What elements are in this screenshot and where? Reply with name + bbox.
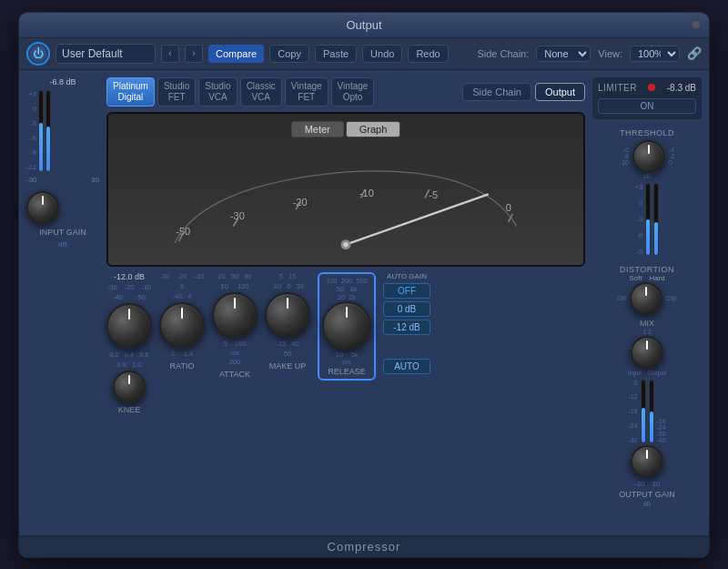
view-select[interactable]: 100%	[630, 46, 680, 62]
release-scale2: 501k	[322, 285, 371, 293]
release-knob[interactable]	[322, 301, 371, 351]
tab-studio-fet[interactable]: StudioFET	[157, 77, 196, 107]
window-title: Output	[346, 18, 381, 32]
makeup-label: MAKE UP	[269, 361, 307, 371]
dist-clip-label: Clip	[666, 295, 677, 301]
auto-gain-neg12-btn[interactable]: -12 dB	[383, 320, 430, 335]
power-button[interactable]: ⏻	[26, 42, 50, 66]
meter-tab-graph[interactable]: Graph	[346, 121, 401, 137]
release-scale4: 105k	[322, 351, 371, 359]
minimize-btn[interactable]	[693, 21, 700, 28]
view-label: View:	[598, 48, 622, 59]
sidechain-btn[interactable]: Side Chain	[462, 83, 531, 101]
limiter-on-btn[interactable]: ON	[598, 98, 696, 114]
attack-scale2: 10120	[221, 282, 249, 290]
input-scale-left: -30	[26, 176, 37, 184]
output-gain-label: OUTPUT GAIN	[619, 490, 674, 499]
paste-button[interactable]: Paste	[315, 45, 357, 63]
makeup-knob[interactable]	[265, 292, 310, 338]
makeup-scale-top: 515	[279, 272, 297, 280]
release-section: 100200500 501k 202k 105k ms RELEASE	[318, 272, 376, 381]
toolbar: ⏻ User Default ‹ › Compare Copy Paste Un…	[19, 38, 709, 70]
output-faders: 0-12-18-24-30 -18-24-30-40	[628, 380, 665, 443]
auto-gain-off-btn[interactable]: OFF	[383, 283, 430, 299]
mix-knob[interactable]	[631, 336, 663, 369]
undo-button[interactable]: Undo	[362, 45, 402, 63]
attack-scale3: 200	[229, 358, 241, 366]
svg-text:-50: -50	[176, 225, 190, 236]
output-scale-right-label: 30	[652, 480, 660, 488]
attack-control: 205080 10120 5160 ms 200 ATTACK	[212, 272, 258, 379]
right-fader-2[interactable]	[653, 183, 659, 256]
vu-meter-area: -50 -30 -20 -10 -5 0	[116, 145, 576, 258]
input-scale: +30-3-6-9-12	[26, 90, 36, 172]
ratio-label: RATIO	[170, 361, 195, 371]
makeup-scale3: 50	[284, 350, 291, 358]
input-gain-knob[interactable]	[26, 191, 59, 224]
output-scale-labels: -30 30	[634, 480, 660, 488]
threshold-control: -12.0 dB -30-20-10 -40-50 0.20.40.6 0.81…	[106, 272, 152, 414]
ratio-scale-top: -30-20-10	[160, 272, 205, 280]
right-section: LIMITER -8.3 dB ON THRESHOLD -6-8-10 -4-…	[592, 77, 702, 528]
input-fader-left[interactable]	[38, 90, 44, 172]
preset-select[interactable]: User Default	[56, 44, 156, 64]
input-scale-right: 30	[91, 176, 99, 184]
makeup-control: 515 -10030 -1540 50 MAKE UP	[265, 272, 310, 371]
distortion-knob[interactable]	[630, 282, 662, 315]
attack-scale-top: 205080	[217, 272, 251, 280]
right-fader-1[interactable]	[645, 183, 651, 256]
redo-button[interactable]: Redo	[408, 45, 448, 63]
ratio-control: -30-20-10 8 -404 21.4 RATIO	[159, 272, 205, 371]
release-unit: ms	[322, 359, 371, 365]
tab-classic-vca[interactable]: ClassicVCA	[240, 77, 282, 107]
tab-platinum-digital[interactable]: PlatinumDigital	[106, 77, 155, 107]
threshold-scale-left: -6-8-10	[620, 147, 629, 166]
release-scale-top: 100200500	[322, 277, 371, 285]
copy-button[interactable]: Copy	[269, 45, 309, 63]
threshold-scale2: -40-50	[113, 293, 146, 301]
dist-hard: Hard	[649, 274, 664, 282]
knee-knob[interactable]	[113, 371, 146, 403]
attack-unit: ms	[230, 350, 238, 356]
output-fader-1[interactable]	[641, 380, 646, 443]
nav-forward-button[interactable]: ›	[185, 45, 203, 63]
knee-label: KNEE	[118, 405, 141, 414]
threshold-value: -12.0 dB	[114, 272, 145, 281]
meter-tab-meter[interactable]: Meter	[291, 121, 344, 137]
output-btn[interactable]: Output	[535, 83, 585, 101]
tab-vintage-fet[interactable]: VintageFET	[285, 77, 329, 107]
svg-line-12	[346, 194, 488, 244]
attack-label: ATTACK	[219, 370, 250, 379]
sidechain-output-buttons: Side Chain Output	[462, 83, 585, 101]
attack-knob[interactable]	[212, 292, 258, 338]
output-db-unit: dB	[643, 501, 652, 507]
output-fader-2[interactable]	[649, 380, 654, 443]
dist-off-label: Off	[617, 295, 625, 301]
makeup-scale2: -10030	[271, 282, 303, 290]
ratio-knob[interactable]	[159, 302, 205, 348]
release-scale3: 202k	[322, 293, 371, 301]
makeup-scale-bottom: -1540	[276, 340, 298, 348]
threshold-scale-right: -4-20	[669, 147, 674, 166]
threshold-knob[interactable]	[106, 303, 152, 349]
tab-vintage-opto[interactable]: VintageOpto	[331, 77, 375, 107]
threshold-right-section: THRESHOLD -6-8-10 -4-20 dB	[592, 128, 702, 179]
mix-output-label: Output	[647, 370, 666, 376]
link-icon[interactable]: 🔗	[687, 46, 702, 60]
preset-tab-row: PlatinumDigital StudioFET StudioVCA Clas…	[106, 77, 585, 107]
input-fader-right[interactable]	[46, 90, 51, 172]
knee-scale: 0.20.40.6	[109, 351, 148, 359]
input-fader-bars	[38, 90, 51, 172]
output-gain-knob[interactable]	[631, 445, 663, 478]
compare-button[interactable]: Compare	[208, 45, 264, 63]
limiter-header: LIMITER -8.3 dB	[598, 83, 696, 93]
auto-gain-auto-btn[interactable]: AUTO	[383, 359, 430, 374]
limiter-section: LIMITER -8.3 dB ON	[592, 77, 702, 119]
tab-studio-vca[interactable]: StudioVCA	[198, 77, 237, 107]
auto-gain-0db-btn[interactable]: 0 dB	[383, 301, 430, 317]
threshold-right-knob[interactable]	[632, 140, 665, 173]
nav-back-button[interactable]: ‹	[161, 45, 179, 63]
svg-text:-5: -5	[429, 189, 438, 200]
threshold-knob-row: -6-8-10 -4-20	[592, 140, 702, 173]
sidechain-select[interactable]: None	[536, 46, 591, 62]
